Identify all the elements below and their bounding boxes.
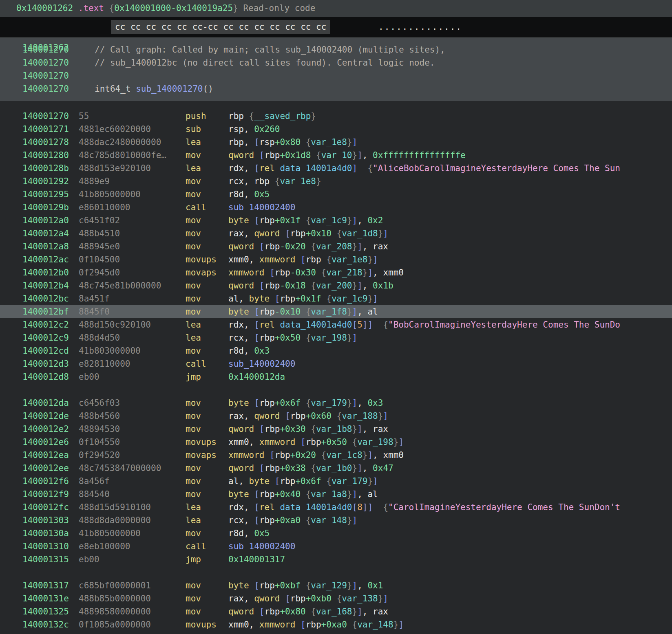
mnemonic: mov [186,605,201,618]
brace: { [306,398,311,408]
disasm-row[interactable]: 1400012ee48c7453847000000movqword [rbp+0… [0,462,672,475]
disasm-row[interactable]: 140001278488dac2480000000learbp, [rsp+0x… [0,136,672,149]
disasm-row[interactable]: 14000132548898580000000movqword [rbp+0x8… [0,605,672,618]
disasm-row[interactable]: 1400012b448c745e81b000000movqword [rbp-0… [0,279,672,292]
disasm-row[interactable]: 14000129541b805000000movr8d, 0x5 [0,188,672,201]
disasm-row[interactable]: 1400012714881ec60020000subrsp, 0x260 [0,123,672,136]
hex-bytes-row[interactable]: 140001262 cc cc cc cc cc cc-cc cc cc cc … [0,17,672,37]
brace: } [378,229,383,238]
size-keyword: byte [228,581,254,590]
disasm-row[interactable]: 1400012cd41b803000000movr8d, 0x3 [0,344,672,357]
operands: rsp, 0x260 [228,123,280,136]
function-header-row[interactable]: 140001270// Call graph: Called by main; … [0,43,672,56]
variable-name: var_138 [342,594,378,603]
operands: rcx, [rbp+0xa0 {var_148}] [228,514,357,527]
instruction-bytes: 488b85b0000000 [79,592,151,605]
register: rbp [265,463,280,473]
bracket: [ [270,450,275,460]
disasm-row[interactable]: 1400012e248894530movqword [rbp+0x30 {var… [0,423,672,436]
token: () [203,84,213,94]
token: , [357,216,367,225]
register: rbp [275,450,290,460]
disasm-row[interactable]: 1400012c9488d4d50learcx, [rbp+0x50 {var_… [0,331,672,344]
brace: { [337,411,342,421]
mnemonic: movaps [186,266,217,279]
bracket: [ [254,137,259,147]
disasm-row[interactable]: 1400012d3e828110000callsub_140002400 [0,357,672,370]
variable-name: var_10 [321,150,352,160]
bracket: ] [383,229,388,238]
disasm-row[interactable]: 1400012e60f104550movupsxmm0, xmmword [rb… [0,436,672,449]
disasm-row[interactable]: 1400012bc8a451fmoval, byte [rbp+0x1f {va… [0,292,672,305]
immediate-value: +0x30 [280,424,311,434]
register: rbp [259,398,275,408]
instruction-bytes: eb00 [79,553,99,566]
bracket: [ [254,320,259,330]
disasm-row[interactable]: 1400012a4488b4510movrax, qword [rbp+0x10… [0,227,672,240]
disasm-row[interactable]: 1400012fc488d15d5910100leardx, [rel data… [0,501,672,514]
disasm-row[interactable]: 1400012d8eb00jmp0x1400012da [0,370,672,383]
disasm-row[interactable]: 14000128b488d153e920100leardx, [rel data… [0,162,672,175]
bracket: [ [301,620,306,630]
disasm-row[interactable]: 14000130a41b805000000movr8d, 0x5 [0,527,672,540]
disasm-row[interactable]: 1400012dac6456f03movbyte [rbp+0x6f {var_… [0,396,672,409]
function-header-row[interactable]: 140001270// sub_1400012bc (no direct cal… [0,56,672,69]
bracket: ] [367,320,373,330]
disasm-row[interactable]: 1400012ac0f104500movupsxmm0, xmmword [rb… [0,253,672,266]
register: rbp [280,476,295,486]
disasm-row[interactable]: 14000127055pushrbp {__saved_rbp} [0,110,672,123]
brace: { [306,515,311,525]
disasm-row[interactable]: 1400012de488b4560movrax, qword [rbp+0x60… [0,409,672,423]
mnemonic: jmp [186,370,201,383]
brace: { [337,229,342,238]
disasm-row[interactable]: 140001310e8eb100000callsub_140002400 [0,540,672,553]
address: 1400012fc [22,501,69,514]
immediate-value: 0x2 [367,216,383,225]
disasm-row[interactable]: 14000131e488b85b0000000movrax, qword [rb… [0,592,672,605]
mnemonic: mov [186,227,201,240]
statusbar-spacer [104,3,109,13]
disasm-row[interactable]: 14000132c0f1085a0000000movupsxmm0, xmmwo… [0,618,672,631]
disasm-row[interactable]: 14000129be860110000callsub_140002400 [0,201,672,214]
disasm-row[interactable]: 1400012a8488945e0movqword [rbp-0x20 {var… [0,240,672,253]
mnemonic: mov [186,305,201,318]
disasm-row[interactable]: 1400012924889e9movrcx, rbp {var_1e8} [0,175,672,188]
disasm-row[interactable]: 1400012bf8845f0movbyte [rbp-0x10 {var_1f… [0,305,672,318]
immediate-value: +0xbf [275,581,306,590]
bracket: ] [352,216,358,225]
disasm-row[interactable]: 1400012ea0f294520movapsxmmword [rbp+0x20… [0,449,672,462]
immediate-value: -0x18 [280,281,311,291]
operands: qword [rbp-0x20 {var_208}], rax [228,240,388,253]
brace: } [316,176,321,186]
disasm-row[interactable]: 1400012f9884540movbyte [rbp+0x40 {var_1a… [0,488,672,501]
disasm-row[interactable]: 140001303488d8da0000000learcx, [rbp+0xa0… [0,514,672,527]
operands: al, byte [rbp+0x6f {var_179}] [228,475,378,488]
disasm-row[interactable]: 140001317c685bf00000001movbyte [rbp+0xbf… [0,579,672,592]
brace: { [321,268,327,277]
operands: byte [rbp-0x10 {var_1f8}], al [228,305,378,318]
immediate-value: 0x3 [254,346,270,356]
disasm-row[interactable]: 14000128048c785d8010000fe…movqword [rbp+… [0,149,672,162]
disasm-row[interactable]: 1400012c2488d150c920100leardx, [rel data… [0,318,672,331]
function-header-row[interactable]: 140001270int64_t sub_140001270() [0,82,672,95]
operands: r8d, 0x3 [228,344,270,357]
bracket: [ [254,307,259,317]
immediate-value: -0x10 [275,307,306,317]
size-keyword: byte [228,216,254,225]
disasm-row[interactable]: 1400012a0c6451f02movbyte [rbp+0x1f {var_… [0,214,672,227]
address: 1400012e2 [22,423,69,436]
instruction-bytes: 884540 [79,488,110,501]
disasm-row[interactable]: 1400012f68a456fmoval, byte [rbp+0x6f {va… [0,475,672,488]
operands: 0x140001317 [228,553,285,566]
disasm-row[interactable]: 1400013330f294570movapsxmmword [rbp+0x70… [0,631,672,634]
disasm-row[interactable]: 1400012b00f2945d0movapsxmmword [rbp-0x30… [0,266,672,279]
raw-bytes[interactable]: cc cc cc cc cc cc-cc cc cc cc cc cc cc c… [111,20,330,34]
instruction-bytes: 488d15d5910100 [79,501,151,514]
function-header-row[interactable]: 140001270 [0,69,672,82]
variable-name: var_208 [316,242,352,251]
register: rbp [306,255,327,264]
operands: rcx, [rbp+0x50 {var_198}] [228,331,357,344]
variable-name: var_1c9 [332,294,368,304]
disasm-row[interactable]: 140001315eb00jmp0x140001317 [0,553,672,566]
bracket: ] [373,476,378,486]
